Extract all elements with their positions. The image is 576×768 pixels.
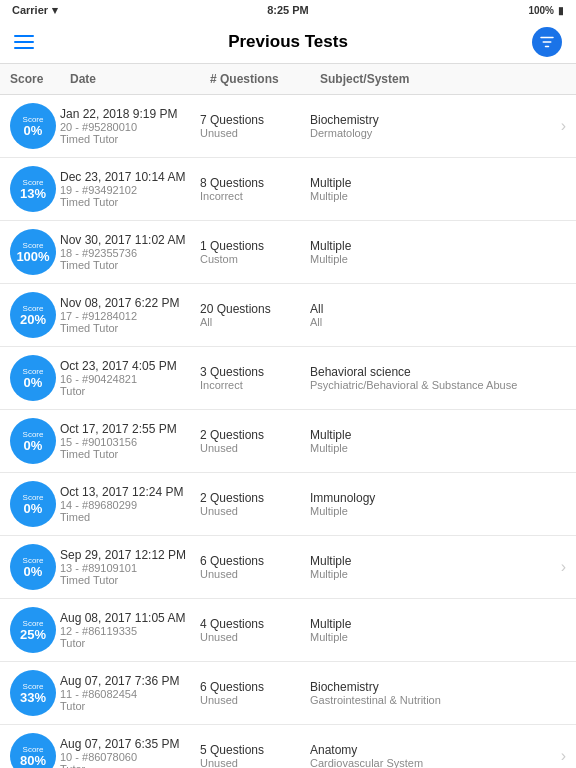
score-circle: Score 20%: [10, 292, 56, 338]
date-value: Jan 22, 2018 9:19 PM: [60, 107, 200, 121]
status-left: Carrier ▾: [12, 4, 58, 17]
subject-cell: Biochemistry Dermatology: [310, 113, 557, 139]
score-circle: Score 80%: [10, 733, 56, 768]
table-row[interactable]: Score 0% Oct 17, 2017 2:55 PM 15 - #9010…: [0, 410, 576, 473]
q-count: 20 Questions: [200, 302, 310, 316]
table-row[interactable]: Score 0% Sep 29, 2017 12:12 PM 13 - #891…: [0, 536, 576, 599]
date-value: Sep 29, 2017 12:12 PM: [60, 548, 200, 562]
subject-main: Multiple: [310, 176, 566, 190]
score-circle: Score 100%: [10, 229, 56, 275]
filter-icon: [538, 33, 556, 51]
q-type: Unused: [200, 127, 310, 139]
filter-button[interactable]: [532, 27, 562, 57]
score-value: 13%: [20, 187, 46, 200]
type-value: Tutor: [60, 700, 200, 712]
date-cell: Nov 08, 2017 6:22 PM 17 - #91284012 Time…: [60, 296, 200, 334]
score-circle: Score 25%: [10, 607, 56, 653]
date-cell: Aug 08, 2017 11:05 AM 12 - #86119335 Tut…: [60, 611, 200, 649]
subject-sub: Dermatology: [310, 127, 557, 139]
score-circle: Score 0%: [10, 355, 56, 401]
date-value: Oct 23, 2017 4:05 PM: [60, 359, 200, 373]
subject-sub: All: [310, 316, 566, 328]
nav-title: Previous Tests: [228, 32, 348, 52]
date-value: Aug 08, 2017 11:05 AM: [60, 611, 200, 625]
questions-cell: 1 Questions Custom: [200, 239, 310, 265]
q-type: Incorrect: [200, 379, 310, 391]
questions-cell: 20 Questions All: [200, 302, 310, 328]
subject-sub: Cardiovascular System: [310, 757, 557, 768]
q-type: Incorrect: [200, 190, 310, 202]
header-questions: # Questions: [210, 72, 320, 86]
subject-cell: Anatomy Cardiovascular System: [310, 743, 557, 768]
table-header: Score Date # Questions Subject/System: [0, 64, 576, 95]
id-value: 10 - #86078060: [60, 751, 200, 763]
q-type: Unused: [200, 568, 310, 580]
questions-cell: 3 Questions Incorrect: [200, 365, 310, 391]
id-value: 14 - #89680299: [60, 499, 200, 511]
subject-main: Multiple: [310, 428, 566, 442]
date-value: Nov 30, 2017 11:02 AM: [60, 233, 200, 247]
subject-sub: Gastrointestinal & Nutrition: [310, 694, 566, 706]
id-value: 19 - #93492102: [60, 184, 200, 196]
questions-cell: 6 Questions Unused: [200, 554, 310, 580]
table-row[interactable]: Score 25% Aug 08, 2017 11:05 AM 12 - #86…: [0, 599, 576, 662]
table-row[interactable]: Score 33% Aug 07, 2017 7:36 PM 11 - #860…: [0, 662, 576, 725]
table-row[interactable]: Score 0% Oct 13, 2017 12:24 PM 14 - #896…: [0, 473, 576, 536]
table-row[interactable]: Score 80% Aug 07, 2017 6:35 PM 10 - #860…: [0, 725, 576, 768]
date-cell: Aug 07, 2017 7:36 PM 11 - #86082454 Tuto…: [60, 674, 200, 712]
table-row[interactable]: Score 20% Nov 08, 2017 6:22 PM 17 - #912…: [0, 284, 576, 347]
nav-bar: Previous Tests: [0, 20, 576, 64]
type-value: Tutor: [60, 637, 200, 649]
id-value: 12 - #86119335: [60, 625, 200, 637]
score-circle: Score 0%: [10, 418, 56, 464]
questions-cell: 8 Questions Incorrect: [200, 176, 310, 202]
subject-sub: Psychiatric/Behavioral & Substance Abuse: [310, 379, 566, 391]
date-cell: Aug 07, 2017 6:35 PM 10 - #86078060 Tuto…: [60, 737, 200, 768]
date-cell: Oct 13, 2017 12:24 PM 14 - #89680299 Tim…: [60, 485, 200, 523]
chevron-icon: ›: [561, 117, 566, 135]
subject-main: Immunology: [310, 491, 566, 505]
chevron-icon: ›: [561, 558, 566, 576]
subject-cell: Multiple Multiple: [310, 617, 566, 643]
q-count: 4 Questions: [200, 617, 310, 631]
type-value: Timed Tutor: [60, 574, 200, 586]
q-type: All: [200, 316, 310, 328]
status-time: 8:25 PM: [267, 4, 309, 16]
date-value: Aug 07, 2017 6:35 PM: [60, 737, 200, 751]
q-type: Unused: [200, 505, 310, 517]
score-value: 0%: [24, 565, 43, 578]
q-count: 2 Questions: [200, 491, 310, 505]
questions-cell: 2 Questions Unused: [200, 491, 310, 517]
score-value: 25%: [20, 628, 46, 641]
date-cell: Oct 23, 2017 4:05 PM 16 - #90424821 Tuto…: [60, 359, 200, 397]
wifi-icon: ▾: [52, 4, 58, 17]
subject-cell: Multiple Multiple: [310, 176, 566, 202]
status-right: 100% ▮: [528, 5, 564, 16]
q-count: 8 Questions: [200, 176, 310, 190]
date-value: Dec 23, 2017 10:14 AM: [60, 170, 200, 184]
score-circle: Score 33%: [10, 670, 56, 716]
table-row[interactable]: Score 100% Nov 30, 2017 11:02 AM 18 - #9…: [0, 221, 576, 284]
score-value: 80%: [20, 754, 46, 767]
carrier-label: Carrier: [12, 4, 48, 16]
subject-cell: Immunology Multiple: [310, 491, 566, 517]
table-row[interactable]: Score 0% Oct 23, 2017 4:05 PM 16 - #9042…: [0, 347, 576, 410]
id-value: 13 - #89109101: [60, 562, 200, 574]
type-value: Timed Tutor: [60, 259, 200, 271]
questions-cell: 4 Questions Unused: [200, 617, 310, 643]
score-value: 0%: [24, 376, 43, 389]
subject-sub: Multiple: [310, 568, 557, 580]
q-type: Unused: [200, 631, 310, 643]
table-row[interactable]: Score 13% Dec 23, 2017 10:14 AM 19 - #93…: [0, 158, 576, 221]
header-subject: Subject/System: [320, 72, 566, 86]
type-value: Tutor: [60, 385, 200, 397]
date-cell: Oct 17, 2017 2:55 PM 15 - #90103156 Time…: [60, 422, 200, 460]
table-row[interactable]: Score 0% Jan 22, 2018 9:19 PM 20 - #9528…: [0, 95, 576, 158]
chevron-icon: ›: [561, 747, 566, 765]
menu-button[interactable]: [14, 35, 34, 49]
id-value: 17 - #91284012: [60, 310, 200, 322]
score-value: 33%: [20, 691, 46, 704]
subject-sub: Multiple: [310, 631, 566, 643]
nav-left[interactable]: [14, 35, 34, 49]
nav-right[interactable]: [532, 27, 562, 57]
